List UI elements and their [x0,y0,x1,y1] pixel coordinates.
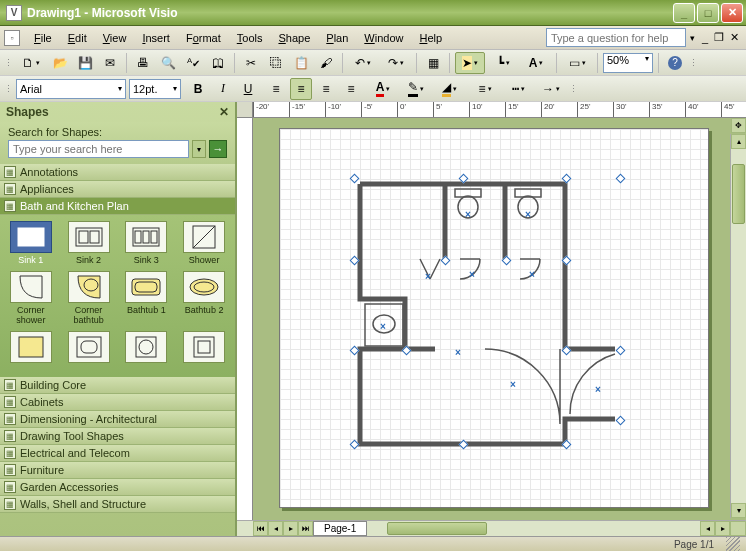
horizontal-ruler[interactable]: -20'-15'-10'-5'0'5'10'15'20'25'30'35'40'… [253,102,746,118]
paste-button[interactable] [290,52,312,74]
fill-color-button[interactable]: ▾ [434,78,464,100]
master-item-9[interactable] [4,331,58,365]
stencil-drawing-tool[interactable]: ▦Drawing Tool Shapes [0,428,235,445]
master-shower[interactable]: Shower [177,221,231,265]
stencil-building-core[interactable]: ▦Building Core [0,377,235,394]
drawing-page[interactable]: × × × × × × × × × [279,128,709,508]
menu-help[interactable]: Help [411,29,450,47]
page-tab-1[interactable]: Page-1 [313,521,367,536]
underline-button[interactable] [237,78,259,100]
pointer-tool-button[interactable]: ▾ [455,52,485,74]
connector-tool-button[interactable]: ▾ [488,52,518,74]
format-painter-button[interactable] [315,52,337,74]
bold-button[interactable] [187,78,209,100]
minimize-button[interactable]: _ [673,3,695,23]
stencil-garden[interactable]: ▦Garden Accessories [0,479,235,496]
line-pattern-button[interactable]: ▾ [503,78,533,100]
italic-button[interactable] [212,78,234,100]
help-button[interactable] [664,52,686,74]
undo-button[interactable]: ▾ [348,52,378,74]
master-item-12[interactable] [177,331,231,365]
research-button[interactable]: 🕮 [207,52,229,74]
search-shapes-dropdown[interactable]: ▾ [192,140,206,158]
master-item-10[interactable] [62,331,116,365]
master-item-11[interactable] [120,331,174,365]
resize-grip[interactable] [726,537,740,551]
menu-format[interactable]: Format [178,29,229,47]
menu-insert[interactable]: Insert [134,29,178,47]
open-button[interactable] [49,52,71,74]
scroll-up-button[interactable]: ▴ [731,134,746,149]
text-tool-button[interactable]: ▾ [521,52,551,74]
canvas-scroll[interactable]: × × × × × × × × × [253,118,746,520]
email-button[interactable]: ✉ [99,52,121,74]
line-color-button[interactable]: ▾ [401,78,431,100]
rectangle-tool-button[interactable]: ▭▾ [562,52,592,74]
horizontal-scrollbar[interactable] [367,521,700,536]
copy-button[interactable] [265,52,287,74]
menu-view[interactable]: View [95,29,135,47]
line-ends-button[interactable]: ▾ [536,78,566,100]
stencil-cabinets[interactable]: ▦Cabinets [0,394,235,411]
line-weight-button[interactable]: ▾ [470,78,500,100]
master-sink-1[interactable]: Sink 1 [4,221,58,265]
menu-plan[interactable]: Plan [318,29,356,47]
help-search-dropdown[interactable]: ▾ [686,33,699,43]
menu-tools[interactable]: Tools [229,29,271,47]
menu-shape[interactable]: Shape [270,29,318,47]
mdi-minimize[interactable]: _ [699,32,711,44]
help-search-input[interactable] [546,28,686,47]
print-button[interactable] [132,52,154,74]
master-bathtub-2[interactable]: Bathtub 2 [177,271,231,325]
stencil-furniture[interactable]: ▦Furniture [0,462,235,479]
prev-page-button[interactable]: ◂ [268,521,283,536]
save-button[interactable] [74,52,96,74]
print-preview-button[interactable] [157,52,179,74]
vertical-ruler[interactable] [237,118,253,520]
vscroll-thumb[interactable] [732,164,745,224]
last-page-button[interactable]: ⏭ [298,521,313,536]
redo-button[interactable]: ▾ [381,52,411,74]
master-bathtub-1[interactable]: Bathtub 1 [120,271,174,325]
first-page-button[interactable]: ⏮ [253,521,268,536]
search-shapes-input[interactable] [8,140,189,158]
stencil-appliances[interactable]: ▦Appliances [0,181,235,198]
search-shapes-go-button[interactable]: → [209,140,227,158]
align-right-button[interactable] [315,78,337,100]
align-center-button[interactable] [290,78,312,100]
scroll-left-button[interactable]: ◂ [700,521,715,536]
master-sink-3[interactable]: Sink 3 [120,221,174,265]
pan-tool-button[interactable]: ✥ [731,118,746,133]
zoom-combo[interactable]: 50% ▾ [603,53,653,73]
font-color-button[interactable]: ▾ [368,78,398,100]
floor-plan-drawing[interactable]: × × × × × × × × × [355,179,625,451]
next-page-button[interactable]: ▸ [283,521,298,536]
menu-edit[interactable]: Edit [60,29,95,47]
new-button[interactable]: ▾ [16,52,46,74]
document-icon[interactable]: ▫ [4,30,20,46]
shapes-window-button[interactable] [422,52,444,74]
master-corner-bathtub[interactable]: Corner bathtub [62,271,116,325]
font-size-combo[interactable]: 12pt.▾ [129,79,181,99]
align-left-button[interactable] [265,78,287,100]
master-corner-shower[interactable]: Corner shower [4,271,58,325]
stencil-annotations[interactable]: ▦Annotations [0,164,235,181]
stencil-dimensioning[interactable]: ▦Dimensioning - Architectural [0,411,235,428]
vertical-scrollbar[interactable]: ✥ ▴ ▾ [730,134,746,518]
cut-button[interactable] [240,52,262,74]
spelling-button[interactable]: ᴬ [182,52,204,74]
scroll-right-button[interactable]: ▸ [715,521,730,536]
stencil-walls[interactable]: ▦Walls, Shell and Structure [0,496,235,513]
menu-window[interactable]: Window [356,29,411,47]
stencil-electrical[interactable]: ▦Electrical and Telecom [0,445,235,462]
menu-file[interactable]: File [26,29,60,47]
master-sink-2[interactable]: Sink 2 [62,221,116,265]
mdi-restore[interactable]: ❐ [711,31,727,44]
maximize-button[interactable]: □ [697,3,719,23]
hscroll-thumb[interactable] [387,522,487,535]
shapes-panel-close-icon[interactable]: ✕ [219,105,229,119]
font-name-combo[interactable]: Arial▾ [16,79,126,99]
stencil-bath-kitchen[interactable]: ▦Bath and Kitchen Plan [0,198,235,215]
close-button[interactable]: ✕ [721,3,743,23]
mdi-close[interactable]: ✕ [727,31,742,44]
